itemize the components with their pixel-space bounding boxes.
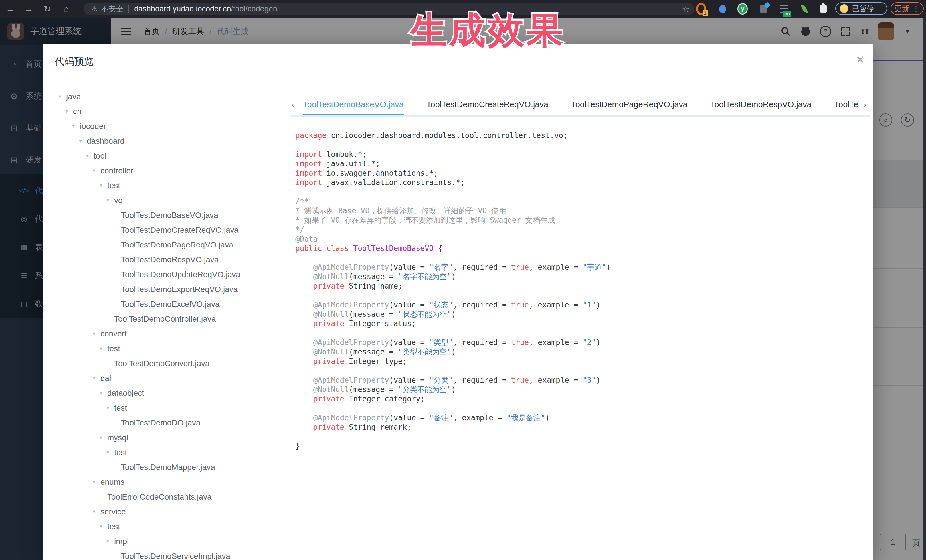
caret-down-icon[interactable]: ▼: [65, 109, 73, 114]
tree-file[interactable]: ▼ToolErrorCodeConstants.java: [51, 489, 294, 504]
code-token: import: [295, 169, 322, 177]
close-icon[interactable]: ✕: [856, 54, 864, 66]
tree-file[interactable]: ▼ToolTestDemoCreateReqVO.java: [51, 223, 294, 237]
code-token: "名字不能为空": [398, 272, 451, 281]
tree-file[interactable]: ▼ToolTestDemoPageReqVO.java: [51, 237, 294, 252]
tree-folder[interactable]: ▼vo: [51, 193, 294, 208]
tree-label: ToolTestDemoRespVO.java: [121, 255, 218, 264]
caret-down-icon[interactable]: ▼: [92, 376, 100, 381]
puzzle-icon: [820, 5, 827, 12]
code-line: @Data: [295, 234, 611, 244]
tab-tooltestdemobasevo-java[interactable]: ToolTestDemoBaseVO.java: [303, 94, 415, 115]
code-line: [295, 140, 611, 150]
tree-folder[interactable]: ▼iocoder: [51, 119, 294, 134]
tab-tooltestdemopagereqvo-java[interactable]: ToolTestDemoPageReqVO.java: [560, 94, 699, 115]
tree-folder[interactable]: ▼dashboard: [51, 134, 294, 149]
forward-icon[interactable]: →: [21, 0, 36, 18]
caret-down-icon[interactable]: ▼: [99, 435, 107, 440]
code-line: [295, 366, 611, 376]
tabs-next-icon[interactable]: ›: [863, 94, 866, 115]
caret-down-icon[interactable]: ▼: [92, 509, 100, 515]
tree-file[interactable]: ▼ToolTestDemoRespVO.java: [51, 252, 294, 267]
code-line: private Integer category;: [295, 394, 611, 404]
list-on-extension-icon[interactable]: on: [779, 4, 789, 14]
code-line: /**: [295, 197, 611, 206]
leaf-extension-icon[interactable]: [799, 4, 809, 14]
puzzle-extensions-icon[interactable]: [818, 4, 828, 14]
tab-toolte[interactable]: ToolTe: [823, 94, 862, 115]
tree-label: test: [114, 403, 127, 413]
caret-down-icon[interactable]: ▼: [92, 331, 100, 337]
tab-tooltestdemorespvo-java[interactable]: ToolTestDemoRespVO.java: [699, 94, 823, 115]
caret-down-icon[interactable]: ▼: [106, 450, 114, 455]
tree-label: java: [66, 92, 81, 101]
tree-file[interactable]: ▼ToolTestDemoServiceImpl.java: [51, 549, 294, 560]
tree-folder[interactable]: ▼tool: [51, 149, 294, 163]
scrollbar-track[interactable]: [923, 18, 926, 560]
tree-folder[interactable]: ▼cn: [51, 104, 294, 119]
caret-down-icon[interactable]: ▼: [78, 139, 87, 144]
caret-down-icon[interactable]: ▼: [99, 524, 107, 529]
caret-down-icon[interactable]: ▼: [99, 183, 107, 188]
caret-down-icon[interactable]: ▼: [106, 539, 114, 544]
tree-folder[interactable]: ▼test: [51, 401, 294, 415]
tree-file[interactable]: ▼ToolTestDemoExportReqVO.java: [51, 282, 294, 297]
tree-folder[interactable]: ▼test: [51, 178, 294, 193]
kebab-menu-icon[interactable]: ⋮: [912, 4, 920, 14]
code-token: ToolTestDemoBaseVO: [354, 244, 434, 253]
caret-down-icon[interactable]: ▼: [92, 480, 100, 485]
reload-icon[interactable]: ↻: [39, 0, 55, 18]
tree-folder[interactable]: ▼enums: [51, 475, 294, 489]
caret-down-icon[interactable]: ▼: [57, 94, 66, 99]
tree-folder[interactable]: ▼test: [51, 341, 294, 356]
update-browser-button[interactable]: 更新 ⋮: [891, 2, 924, 15]
tree-folder[interactable]: ▼service: [51, 504, 294, 519]
tree-folder[interactable]: ▼convert: [51, 326, 294, 341]
tree-file[interactable]: ▼ToolTestDemoConvert.java: [51, 356, 294, 371]
code-token: , example =: [453, 414, 507, 422]
tree-folder[interactable]: ▼mysql: [51, 430, 294, 445]
blue-drop-extension-icon[interactable]: [717, 4, 728, 14]
tree-folder[interactable]: ▼test: [51, 519, 294, 534]
code-token: [295, 319, 313, 328]
tree-folder[interactable]: ▼test: [51, 445, 294, 460]
caret-down-icon[interactable]: ▼: [99, 391, 107, 396]
tab-tooltestdemocreatereqvo-java[interactable]: ToolTestDemoCreateReqVO.java: [415, 94, 560, 115]
tree-folder[interactable]: ▼java: [51, 89, 294, 104]
code-token: import: [295, 150, 322, 158]
caret-down-icon[interactable]: ▼: [106, 198, 114, 203]
tree-file[interactable]: ▼ToolTestDemoUpdateReqVO.java: [51, 267, 294, 282]
code-token: ): [451, 310, 456, 318]
caret-down-icon[interactable]: ▼: [92, 168, 100, 174]
code-token: ): [545, 414, 550, 422]
tree-file[interactable]: ▼ToolTestDemoController.java: [51, 312, 294, 326]
orange-ring-extension-icon[interactable]: 1: [696, 4, 707, 14]
back-icon[interactable]: ←: [2, 0, 18, 18]
tree-file[interactable]: ▼ToolTestDemoExcelVO.java: [51, 297, 294, 312]
green-y-extension-icon[interactable]: y: [737, 4, 748, 14]
caret-down-icon[interactable]: ▼: [99, 346, 107, 351]
security-label[interactable]: 不安全: [101, 4, 123, 14]
tabs-prev-icon[interactable]: ‹: [292, 94, 295, 115]
caret-down-icon[interactable]: ▼: [106, 406, 114, 411]
tree-folder[interactable]: ▼dataobject: [51, 386, 294, 401]
caret-down-icon[interactable]: ▼: [85, 153, 94, 158]
code-line: import lombok.*;: [295, 150, 611, 159]
tree-folder[interactable]: ▼controller: [51, 163, 294, 178]
code-token: ): [596, 300, 601, 309]
tree-file[interactable]: ▼ToolTestDemoBaseVO.java: [51, 208, 294, 223]
caret-down-icon[interactable]: ▼: [71, 124, 80, 129]
bookmark-star-icon[interactable]: ☆: [682, 4, 690, 14]
code-token: package: [295, 131, 327, 140]
paused-extension-pill[interactable]: 已暂停: [835, 2, 887, 15]
emoji-face-icon: [840, 4, 849, 13]
tree-folder[interactable]: ▼dal: [51, 371, 294, 386]
home-icon[interactable]: ⌂: [58, 0, 74, 18]
tree-file[interactable]: ▼ToolTestDemoDO.java: [51, 415, 294, 430]
tree-file[interactable]: ▼ToolTestDemoMapper.java: [51, 460, 294, 475]
code-line: import java.util.*;: [295, 159, 611, 169]
code-token: import: [295, 178, 322, 187]
grid-diamond-extension-icon[interactable]: [758, 4, 769, 14]
code-line: [295, 291, 611, 300]
tree-folder[interactable]: ▼impl: [51, 534, 294, 549]
